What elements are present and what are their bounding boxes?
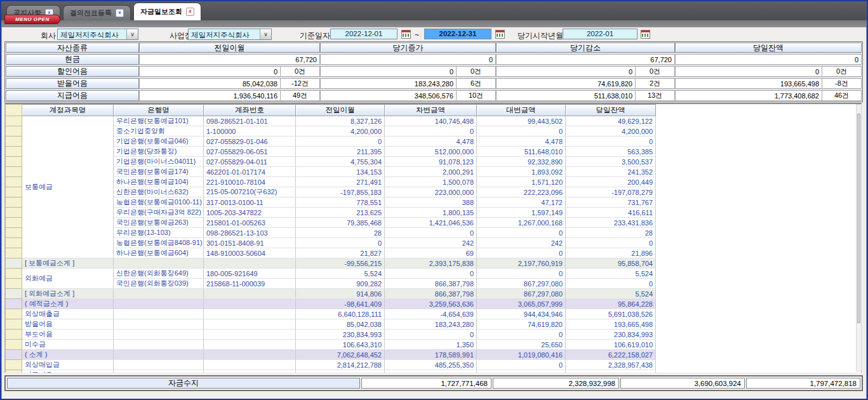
cell-account-no bbox=[204, 350, 296, 360]
cell-account-no: 027-055829-06-051 bbox=[204, 147, 296, 157]
cell-prev: 106,643,310 bbox=[296, 340, 385, 350]
row-selector[interactable] bbox=[6, 208, 22, 218]
cell-debit: 485,255,350 bbox=[385, 360, 477, 370]
cell-balance: 5,524 bbox=[566, 269, 656, 279]
row-selector[interactable] bbox=[6, 299, 22, 309]
row-selector[interactable] bbox=[6, 258, 22, 269]
cell-bank bbox=[114, 258, 204, 269]
row-selector[interactable] bbox=[6, 360, 22, 370]
row-selector[interactable] bbox=[6, 177, 22, 187]
row-selector[interactable] bbox=[6, 309, 22, 319]
date-from-input[interactable]: 2022-12-01 bbox=[330, 29, 397, 39]
summary-header-col: 전일이월 bbox=[139, 43, 320, 53]
row-selector[interactable] bbox=[6, 289, 22, 299]
cell-balance: 1,773,408,682 bbox=[566, 370, 656, 373]
summary-col: 0 bbox=[320, 54, 496, 65]
funds-balance-value: 2,328,932,998 bbox=[493, 378, 619, 389]
cell-prev: 8,327,126 bbox=[296, 116, 385, 126]
tab-3[interactable]: 자금일보조회x bbox=[133, 3, 201, 20]
menu-open-button[interactable]: MENU OPEN bbox=[4, 15, 60, 24]
cell-prev: 914,806 bbox=[296, 289, 385, 299]
row-selector[interactable] bbox=[6, 340, 22, 350]
summary-amount: 0 bbox=[139, 66, 281, 77]
row-selector[interactable] bbox=[6, 167, 22, 177]
cell-prev: 28 bbox=[296, 228, 385, 238]
company-select[interactable]: 제일저지주식회사 ∨ bbox=[57, 29, 138, 40]
menu-strip bbox=[1, 20, 867, 27]
calendar-icon[interactable] bbox=[495, 30, 505, 39]
cell-account: 보통예금 bbox=[22, 116, 114, 258]
tab-2[interactable]: 결의전표등록x bbox=[63, 5, 131, 20]
cell-account: ( 예적금소계 ) bbox=[22, 299, 114, 309]
table-row: 미수금106,643,3101,35025,650106,619,010 bbox=[6, 340, 656, 350]
date-to-input[interactable]: 2022-12-31 bbox=[424, 29, 491, 39]
row-selector[interactable] bbox=[6, 137, 22, 147]
summary-header-col: 당기감소 bbox=[496, 43, 675, 53]
row-selector[interactable] bbox=[6, 238, 22, 248]
row-selector[interactable] bbox=[6, 116, 22, 126]
summary-amount: 193,665,498 bbox=[675, 78, 822, 89]
row-selector[interactable] bbox=[6, 269, 22, 279]
row-selector[interactable] bbox=[6, 197, 22, 208]
row-selector[interactable] bbox=[6, 228, 22, 238]
filter-bar: 회사 제일저지주식회사 ∨ 사업장 제일저지주식회사 ∨ 기준일자 2022-1… bbox=[1, 27, 867, 41]
scrollbar-thumb[interactable] bbox=[857, 114, 860, 323]
cell-debit: 4,478 bbox=[385, 137, 477, 147]
cell-account: 외상매출금 bbox=[22, 309, 114, 319]
summary-row: 지급어음1,936,540,11649건348,506,57610건511,63… bbox=[6, 90, 862, 101]
table-row: 받을어음85,042,038183,243,28074,619,820193,6… bbox=[6, 319, 656, 330]
close-icon[interactable]: x bbox=[116, 9, 124, 17]
row-selector[interactable] bbox=[6, 147, 22, 157]
row-selector[interactable] bbox=[6, 218, 22, 228]
row-selector[interactable] bbox=[6, 319, 22, 330]
cell-credit: 0 bbox=[477, 330, 566, 340]
cell-prev: 230,834,993 bbox=[296, 330, 385, 340]
cell-account-no: 027-055829-04-011 bbox=[204, 157, 296, 167]
cell-balance: 49,629,122 bbox=[566, 116, 656, 126]
grid-header-row: 계정과목명은행명계좌번호전일이월차변금액대변금액당일잔액 bbox=[6, 105, 656, 116]
cell-credit: 867,297,080 bbox=[477, 279, 566, 289]
calendar-icon[interactable] bbox=[401, 30, 411, 39]
funds-balance-value: 1,727,771,468 bbox=[361, 378, 491, 389]
tab-label: 결의전표등록 bbox=[70, 8, 112, 18]
row-selector[interactable] bbox=[6, 350, 22, 360]
cell-debit: 1,500,078 bbox=[385, 177, 477, 187]
summary-amount: 74,619,820 bbox=[496, 78, 636, 89]
cell-debit: 511,638,010 bbox=[385, 370, 477, 373]
summary-amount: 85,042,038 bbox=[139, 78, 281, 89]
cell-bank: 신한은행(외화통장649) bbox=[114, 269, 204, 279]
summary-count: -12건 bbox=[281, 78, 320, 89]
cell-account-no: 1005-203-347822 bbox=[204, 208, 296, 218]
row-selector[interactable] bbox=[6, 279, 22, 289]
row-selector[interactable] bbox=[6, 370, 22, 373]
row-selector[interactable] bbox=[6, 126, 22, 137]
cell-balance: 5,691,038,526 bbox=[566, 309, 656, 319]
row-selector[interactable] bbox=[6, 248, 22, 258]
summary-col: 00건 bbox=[675, 66, 862, 77]
row-selector[interactable] bbox=[6, 157, 22, 167]
table-row: [ 외화예금소계 ]914,806866,387,798867,297,0805… bbox=[6, 289, 656, 299]
calendar-icon[interactable] bbox=[641, 30, 650, 39]
vertical-scrollbar[interactable] bbox=[856, 104, 862, 371]
cell-debit: 0 bbox=[385, 126, 477, 137]
row-selector[interactable] bbox=[6, 330, 22, 340]
cell-balance: 241,352 bbox=[566, 167, 656, 177]
summary-amount: 67,720 bbox=[139, 54, 320, 65]
chevron-down-icon[interactable]: ∨ bbox=[260, 29, 271, 39]
summary-amount: 348,506,576 bbox=[320, 90, 457, 101]
cell-prev: 0 bbox=[296, 137, 385, 147]
row-selector[interactable] bbox=[6, 187, 22, 197]
cell-bank: 기업은행(보통예금046) bbox=[114, 137, 204, 147]
cell-account-no: 098-286521-01-101 bbox=[204, 116, 296, 126]
chevron-down-icon[interactable]: ∨ bbox=[126, 29, 138, 39]
table-row: ( 소계 )7,062,648,452178,589,9911,019,080,… bbox=[6, 350, 656, 360]
summary-col: 00건 bbox=[496, 66, 675, 77]
summary-count: 10건 bbox=[457, 90, 496, 101]
close-icon[interactable]: x bbox=[186, 8, 194, 16]
summary-count: 6건 bbox=[457, 78, 496, 89]
table-row: 외화예금신한은행(외화통장649)180-005-9216495,524005,… bbox=[6, 269, 656, 279]
site-select[interactable]: 제일저지주식회사 ∨ bbox=[188, 29, 272, 40]
cell-prev: 1,936,540,116 bbox=[296, 370, 385, 373]
cell-credit: 511,648,010 bbox=[477, 147, 566, 157]
period-start-input[interactable]: 2022-01 bbox=[563, 29, 638, 39]
